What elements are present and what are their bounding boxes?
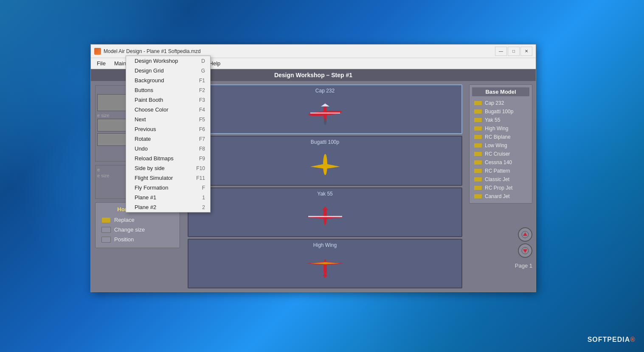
minimize-button[interactable]: — [495,47,507,56]
plane-name-yak55: Yak 55 [317,191,332,197]
plane-name-cap232: Cap 232 [315,88,335,94]
model-item-canardjet[interactable]: Canard Jet [472,192,529,201]
change-size-icon [101,227,111,233]
model-item-lowwing[interactable]: Low Wing [472,141,529,150]
menu-item-previous[interactable]: Previous F6 [126,124,210,134]
replace-icon [101,217,111,223]
window-controls: — □ ✕ [495,47,532,56]
menu-item-plane1[interactable]: Plane #1 1 [126,193,210,202]
yak55-svg [304,204,346,228]
menu-item-choose-color[interactable]: Choose Color F4 [126,105,210,115]
position-button[interactable]: Position [99,235,176,244]
menu-item-design-workshop[interactable]: Design Workshop D [126,56,210,66]
app-window: Model Air Design - Plane #1 Softpedia.mz… [90,44,536,292]
close-button[interactable]: ✕ [520,47,532,56]
model-icon-yak55 [474,117,482,123]
app-icon [94,48,101,55]
menu-item-reload-bitmaps[interactable]: Reload Bitmaps F9 [126,154,210,163]
model-item-rcbiplane[interactable]: RC Biplane [472,133,529,141]
model-icon-canardjet [474,194,482,199]
plane-card-bugatti[interactable]: Bugatti 100p [188,136,462,185]
window-title: Model Air Design - Plane #1 Softpedia.mz… [104,48,495,54]
plane-name-highwing: High Wing [313,242,337,248]
base-model-panel: Base Model Cap 232 Bugatti 100p Yak 55 [469,84,532,204]
plane-name-bugatti: Bugatti 100p [311,139,339,145]
model-icon-rcpattern [474,168,482,173]
model-item-bugatti[interactable]: Bugatti 100p [472,107,529,116]
svg-marker-2 [321,103,329,106]
view-dropdown-menu: Design Workshop D Design Grid G Backgrou… [126,56,211,212]
menu-item-plane2[interactable]: Plane #2 2 [126,202,210,212]
plane-display-cap232 [191,95,459,131]
softpedia-badge: SOFTPEDIA® [588,336,636,344]
center-panel: Cap 232 [184,81,466,292]
menu-item-side-by-side[interactable]: Side by side F10 [126,163,210,173]
plane-display-yak55 [191,198,459,234]
plane-card-highwing[interactable]: High Wing [188,239,462,288]
svg-rect-3 [310,112,340,114]
model-icon-highwing [474,126,482,131]
model-item-classicjet[interactable]: Classic Jet [472,175,529,184]
cap232-svg [304,101,346,125]
model-icon-bugatti [474,109,482,114]
plane-display-highwing [191,250,459,285]
model-icon-classicjet [474,177,482,182]
model-item-cap232[interactable]: Cap 232 [472,99,529,107]
replace-button[interactable]: Replace [99,215,176,225]
svg-marker-15 [323,275,328,278]
menu-item-next[interactable]: Next F5 [126,115,210,124]
menu-item-background[interactable]: Background F1 [126,75,210,85]
position-icon [101,237,111,243]
plane-card-yak55[interactable]: Yak 55 [188,187,462,237]
menu-item-buttons[interactable]: Buttons F2 [126,85,210,95]
menu-item-undo[interactable]: Undo F8 [126,144,210,154]
menu-item-fly-formation[interactable]: Fly Formation F [126,183,210,193]
model-item-rccruiser[interactable]: RC Cruiser [472,150,529,158]
menu-item-paint-booth[interactable]: Paint Booth F3 [126,95,210,105]
right-panel: Base Model Cap 232 Bugatti 100p Yak 55 [466,81,536,292]
model-item-yak55[interactable]: Yak 55 [472,116,529,124]
model-item-highwing[interactable]: High Wing [472,124,529,133]
model-icon-lowwing [474,143,482,148]
model-item-cessna140[interactable]: Cessna 140 [472,158,529,167]
model-icon-rcpropjet [474,185,482,190]
menu-item-rotate[interactable]: Rotate F7 [126,134,210,144]
maximize-button[interactable]: □ [508,47,520,56]
svg-point-7 [323,157,327,164]
svg-marker-6 [310,164,340,169]
change-size-button[interactable]: Change size [99,225,176,235]
menu-bar: File Main View Change Models Help Design… [91,58,536,69]
menu-item-flight-simulator[interactable]: Flight Simulator F11 [126,173,210,183]
svg-marker-10 [322,207,328,210]
svg-rect-11 [308,216,342,217]
model-icon-rcbiplane [474,134,482,140]
model-icon-cap232 [474,101,482,106]
plane-card-cap232[interactable]: Cap 232 [188,84,462,134]
model-item-rcpropjet[interactable]: RC Prop Jet [472,184,529,192]
model-icon-rccruiser [474,151,482,156]
menu-file[interactable]: File [93,59,110,68]
model-item-rcpattern[interactable]: RC Pattern [472,167,529,175]
header-title: Design Workshop – Step #1 [274,72,352,78]
plane-display-bugatti [191,147,459,182]
base-model-title: Base Model [472,87,529,96]
highwing-svg [304,256,346,279]
model-icon-cessna140 [474,160,482,165]
menu-item-design-grid[interactable]: Design Grid G [126,66,210,75]
bugatti-svg [308,152,342,177]
